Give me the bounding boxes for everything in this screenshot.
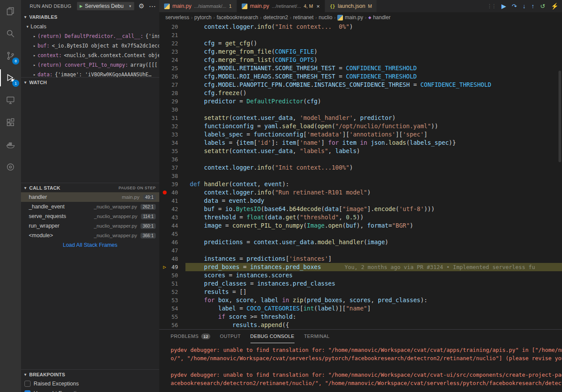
activity-item-docker[interactable] (0, 133, 21, 156)
breakpoint-row[interactable]: ✓Uncaught Exceptions (21, 389, 159, 392)
code-line[interactable]: 35 setattr(context.user_data, "labels", … (159, 147, 562, 155)
activity-item-source-control[interactable]: 8 (0, 44, 21, 67)
code-line[interactable]: 21 (159, 31, 562, 39)
code-line[interactable]: 51 pred_classes = instances.pred_classes (159, 280, 562, 288)
continue-icon[interactable]: ▶ (501, 3, 506, 9)
step-over-icon[interactable]: ↷ (512, 3, 517, 9)
variable-row[interactable]: ▸(return) DefaultPredictor.__call__:{'in… (21, 31, 159, 41)
stack-frame-row[interactable]: _handle_event_nuclio_wrapper.py262:1 (21, 202, 159, 211)
editor-tab-main-py[interactable]: main.py.../siammask/...1 (159, 0, 237, 12)
code-line[interactable]: ▷49 pred_boxes = instances.pred_boxesYou… (159, 263, 562, 271)
code-line[interactable]: 26 cfg.MODEL.ROI_HEADS.SCORE_THRESH_TEST… (159, 72, 562, 81)
breadcrumb-item-main-py[interactable]: main.py (337, 14, 363, 20)
activity-item-extensions[interactable] (0, 111, 21, 133)
step-into-icon[interactable]: ↓ (523, 3, 526, 9)
breadcrumb-item-retinanet[interactable]: retinanet (293, 14, 314, 20)
code-line[interactable]: 36 (159, 155, 562, 164)
code-line[interactable]: 37 context.logger.info("Init context...1… (159, 164, 562, 172)
code-line[interactable]: 24 cfg.merge_from_list(CONFIG_OPTS) (159, 56, 562, 64)
launch-config-select[interactable]: ▶ Serverless Debu ▾ (77, 2, 134, 10)
tab-status-badge: M (368, 3, 372, 9)
editor-tab-launch-json[interactable]: {}launch.jsonM (325, 0, 377, 12)
code-line[interactable]: 29 predictor = DefaultPredictor(cfg) (159, 97, 562, 106)
breakpoint-checkbox[interactable]: ✓ (24, 390, 31, 392)
variable-row[interactable]: ▸context:<nuclio_sdk.context.Context obj… (21, 51, 159, 60)
scrollbar-thumb[interactable] (559, 71, 561, 162)
code-line[interactable]: 47 (159, 246, 562, 255)
breakpoint-checkbox[interactable] (24, 381, 31, 387)
code-line[interactable]: 23 cfg.merge_from_file(CONFIG_FILE) (159, 48, 562, 56)
code-line[interactable]: 34 labels = {item['id']: item['name'] fo… (159, 139, 562, 147)
toolbar-drag-handle[interactable]: ⋮⋮ (487, 3, 496, 9)
gear-icon[interactable]: ⚙ (139, 2, 144, 10)
editor-tab-main-py[interactable]: main.py.../retinanet/...4, M× (237, 0, 325, 12)
breakpoint-row[interactable]: Raised Exceptions (21, 379, 159, 389)
activity-item-explorer[interactable] (0, 0, 21, 22)
stack-frame-row[interactable]: serve_requests_nuclio_wrapper.py114:1 (21, 211, 159, 221)
variables-section-header[interactable]: ▾ VARIABLES (21, 12, 159, 22)
breadcrumb-item-detectron2[interactable]: detectron2 (263, 14, 288, 20)
code-line[interactable]: 46 predictions = context.user_data.model… (159, 238, 562, 246)
restart-icon[interactable]: ↺ (540, 3, 545, 9)
start-debugging-icon[interactable]: ▶ (80, 4, 83, 8)
close-icon[interactable]: × (316, 3, 320, 10)
code-line[interactable]: 42 buf = io.BytesIO(base64.b64decode(dat… (159, 205, 562, 213)
panel-tab-problems[interactable]: PROBLEMS12 (171, 330, 210, 343)
code-line[interactable]: 20 context.logger.info("Init context... … (159, 23, 562, 31)
more-actions-icon[interactable]: ⋯ (149, 2, 156, 10)
breadcrumb-item-serverless[interactable]: serverless (165, 14, 189, 20)
code-line[interactable]: 41 data = event.body (159, 197, 562, 205)
editor-scrollbar[interactable] (558, 23, 562, 329)
panel-tab-terminal[interactable]: TERMINAL (304, 330, 330, 343)
step-out-icon[interactable]: ↑ (531, 3, 535, 9)
code-line[interactable]: 33 labels_spec = functionconfig['metadat… (159, 130, 562, 139)
code-line[interactable]: 43 threshold = float(data.get("threshold… (159, 213, 562, 222)
code-line[interactable]: 40 context.logger.info("Run retinanet-R1… (159, 188, 562, 197)
breadcrumb-item-nuclio[interactable]: nuclio (319, 14, 332, 20)
code-line[interactable]: 25 cfg.MODEL.RETINANET.SCORE_THRESH_TEST… (159, 64, 562, 72)
stack-frame-row[interactable]: run_wrapper_nuclio_wrapper.py360:1 (21, 221, 159, 231)
watch-section-header[interactable]: ▾ WATCH (21, 77, 159, 87)
code-editor[interactable]: 20 context.logger.info("Init context... … (159, 23, 562, 329)
breakpoints-section-header[interactable]: ▾ BREAKPOINTS (21, 369, 159, 379)
code-line[interactable]: 30 (159, 106, 562, 114)
code-line[interactable]: 38 (159, 172, 562, 180)
load-all-stack-frames-link[interactable]: Load All Stack Frames (21, 242, 159, 248)
code-line[interactable]: 28 cfg.freeze() (159, 89, 562, 97)
code-line-text: context.logger.info("Run retinanet-R101 … (190, 188, 562, 197)
code-line[interactable]: 48 instances = predictions['instances'] (159, 255, 562, 263)
code-line[interactable]: 22 cfg = get_cfg() (159, 39, 562, 48)
breadcrumb-item-facebookresearch[interactable]: facebookresearch (216, 14, 258, 20)
code-line[interactable]: 55 if score >= threshold: (159, 313, 562, 321)
code-line[interactable]: 52 results = [] (159, 288, 562, 296)
activity-item-remote-explorer[interactable] (0, 89, 21, 111)
code-line[interactable]: 56 results.append({ (159, 321, 562, 329)
code-line[interactable]: 31 setattr(context.user_data, 'model_han… (159, 114, 562, 122)
code-line[interactable]: 54 label = COCO_CATEGORIES[int(label)]["… (159, 304, 562, 313)
code-line[interactable]: 32 functionconfig = yaml.safe_load(open(… (159, 122, 562, 130)
variable-row[interactable]: ▸buf:<_io.BytesIO object at 0x7f5a2dc1ec… (21, 41, 159, 51)
panel-tab-output[interactable]: OUTPUT (220, 330, 241, 343)
call-stack-section-header[interactable]: ▾ CALL STACK PAUSED ON STEP (21, 183, 159, 192)
code-line[interactable]: 50 scores = instances.scores (159, 271, 562, 280)
variable-row[interactable]: ▸(return) convert_PIL_to_numpy:array([[[… (21, 60, 159, 70)
disconnect-icon[interactable]: ⚡ (551, 3, 559, 9)
stack-frame-row[interactable]: handlermain.py49:1 (21, 192, 159, 202)
stack-frame-row[interactable]: <module>_nuclio_wrapper.py366:1 (21, 231, 159, 240)
code-line[interactable]: 27 cfg.MODEL.PANOPTIC_FPN.COMBINE.INSTAN… (159, 81, 562, 89)
code-line[interactable]: 39def handler(context, event): (159, 180, 562, 188)
scope-locals[interactable]: ▾ Locals (21, 22, 159, 31)
activity-item-run-and-debug[interactable]: 1 (0, 67, 21, 89)
code-line[interactable]: 44 image = convert_PIL_to_numpy(Image.op… (159, 222, 562, 230)
code-line-text: threshold = float(data.get("threshold", … (190, 213, 562, 222)
panel-tab-debug-console[interactable]: DEBUG CONSOLE (250, 330, 295, 343)
variable-row[interactable]: ▸data:{'image': 'iVBORw0KGgoAAAANSUhE… (21, 70, 159, 77)
code-line[interactable]: 53 for box, score, label in zip(pred_box… (159, 296, 562, 304)
activity-item-search[interactable] (0, 22, 21, 44)
indent (190, 139, 204, 146)
debug-toolbar: ⋮⋮ ▶↷↓↑↺⚡ (487, 0, 559, 12)
code-line[interactable]: 45 (159, 230, 562, 238)
activity-item-live-share[interactable] (0, 156, 21, 178)
breadcrumb-item-handler[interactable]: ◆handler (368, 14, 391, 20)
breadcrumb-item-pytorch[interactable]: pytorch (194, 14, 211, 20)
